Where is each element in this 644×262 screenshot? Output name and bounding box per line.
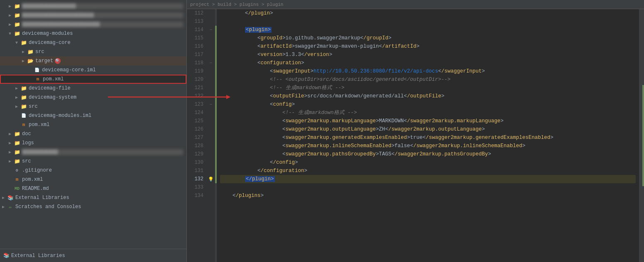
tree-icon-pom-modules: m xyxy=(20,122,27,128)
line-num-130: 130 xyxy=(187,158,203,167)
tree-icon-pom-core: m xyxy=(34,76,42,82)
tree-item-gitignore[interactable]: ⚙.gitignore xyxy=(0,166,186,175)
line-num-116: 116 xyxy=(187,42,203,51)
tree-item-blurred4[interactable]: ▶📁████████████ xyxy=(0,148,186,157)
editor-area[interactable]: 1121131141151161171181191201211221231241… xyxy=(187,9,644,262)
tree-item-blurred1[interactable]: ▶📁██████████████████ xyxy=(0,2,186,11)
tree-item-src3[interactable]: ▶📁src xyxy=(0,157,186,166)
external-libraries-item[interactable]: 📚 External Libraries xyxy=(3,252,65,259)
code-line-121: <!-- 生成markdown格式 --> xyxy=(220,84,636,92)
tree-item-logs[interactable]: ▶📁logs xyxy=(0,138,186,148)
line-num-122: 122 xyxy=(187,92,203,100)
code-line-125: <swagger2markup.markupLanguage>MARKDOWN<… xyxy=(220,117,636,125)
bottom-bar: 📚 External Libraries xyxy=(0,249,186,262)
tree-item-devicemag-file[interactable]: ▶📁devicemag-file xyxy=(0,84,186,93)
file-tree[interactable]: ▶📁██████████████████▶📁██████████████████… xyxy=(0,0,186,249)
line-numbers: 1121131141151161171181191201211221231241… xyxy=(187,9,207,262)
tree-arrow-devicemag-system: ▶ xyxy=(13,95,20,100)
tree-item-pom-root[interactable]: mpom.xml xyxy=(0,175,186,184)
code-line-130: </config> xyxy=(220,158,636,167)
tree-item-blurred3[interactable]: ▶📁██████████████████████████ xyxy=(0,20,186,29)
gutter-row-127 xyxy=(207,133,215,142)
tree-arrow-scratches: ▶ xyxy=(0,204,7,209)
gutter-row-114: ─ xyxy=(207,26,215,34)
tree-arrow-blurred1: ▶ xyxy=(7,4,13,9)
code-line-120: <!-- <outputDir>src/docs/asciidoc/genera… xyxy=(220,75,636,84)
tree-item-devicemag-system[interactable]: ▶📁devicemag-system xyxy=(0,93,186,102)
tree-icon-devicemag-system: 📁 xyxy=(20,95,27,101)
tree-icon-devicemag-file: 📁 xyxy=(20,85,27,92)
code-line-112: </plugin> xyxy=(220,9,636,17)
gutter-row-116 xyxy=(207,42,215,51)
gutter-row-131 xyxy=(207,167,215,175)
code-line-134: </plugins> xyxy=(220,192,636,200)
line-num-121: 121 xyxy=(187,84,203,92)
tree-item-src1[interactable]: ▶📁src xyxy=(0,47,186,56)
gutter-row-113 xyxy=(207,17,215,26)
tree-label-src2: src xyxy=(29,104,183,109)
tree-icon-devicemag-core: 📁 xyxy=(20,40,27,46)
line-num-131: 131 xyxy=(187,167,203,175)
tree-label-logs: logs xyxy=(22,140,183,146)
tree-item-ext-libs[interactable]: ▶📚External Libraries xyxy=(0,193,186,202)
tree-item-scratches[interactable]: ▶✏Scratches and Consoles xyxy=(0,202,186,211)
tree-item-pom-modules[interactable]: mpom.xml xyxy=(0,120,186,129)
code-line-127: <swagger2markup.generatedExamplesEnabled… xyxy=(220,133,636,142)
tree-item-devicemag-modules-iml[interactable]: 📄devicemag-modules.iml xyxy=(0,111,186,120)
tree-item-devicemag-core-iml[interactable]: 📄devicemag-core.iml xyxy=(0,66,186,75)
tree-item-pom-core[interactable]: mpom.xml xyxy=(0,75,186,84)
line-num-113: 113 xyxy=(187,17,203,26)
gutter-row-126 xyxy=(207,125,215,133)
tree-item-target[interactable]: ▶📂target🔍 xyxy=(0,56,186,66)
code-line-119: <swaggerInput>http://10.0.50.236:8080/fi… xyxy=(220,67,636,75)
gutter-row-118: ─ xyxy=(207,59,215,67)
gutter-row-134 xyxy=(207,192,215,200)
right-scrollbar[interactable] xyxy=(639,9,644,262)
tree-item-readme[interactable]: MDREADME.md xyxy=(0,184,186,193)
breadcrumb-text: project > build > plugins > plugin xyxy=(190,2,283,7)
code-line-116: <artifactId>swagger2markup-maven-plugin<… xyxy=(220,42,636,51)
tree-icon-devicemag-modules-iml: 📄 xyxy=(20,113,27,119)
line-num-128: 128 xyxy=(187,142,203,150)
tree-item-devicemag-core[interactable]: ▼📁devicemag-core xyxy=(0,38,186,47)
tree-icon-blurred1: 📁 xyxy=(13,3,21,10)
tree-arrow-target: ▶ xyxy=(20,58,27,63)
line-num-127: 127 xyxy=(187,133,203,142)
tree-label-devicemag-modules-iml: devicemag-modules.iml xyxy=(29,113,183,119)
tree-icon-target: 📂 xyxy=(27,58,34,64)
tree-arrow-devicemag-core: ▼ xyxy=(13,41,20,45)
tree-icon-gitignore: ⚙ xyxy=(13,167,21,173)
gutter-row-125 xyxy=(207,117,215,125)
tree-label-doc: doc xyxy=(22,131,183,137)
tree-item-devicemag-modules[interactable]: ▼📁devicemag-modules xyxy=(0,29,186,38)
gutter-row-112 xyxy=(207,9,215,17)
code-line-117: <version>1.3.3</version> xyxy=(220,51,636,59)
tree-icon-blurred3: 📁 xyxy=(13,22,21,28)
gutter-row-123: ─ xyxy=(207,100,215,109)
external-libraries-label: External Libraries xyxy=(11,253,65,259)
tree-icon-blurred4: 📁 xyxy=(13,149,21,155)
code-editor[interactable]: </plugin> <plugin> <groupId>io.github.sw… xyxy=(217,9,639,262)
gutter-row-132: 💡 xyxy=(207,175,215,183)
tree-arrow-devicemag-file: ▶ xyxy=(13,86,20,91)
tree-item-doc[interactable]: ▶📁doc xyxy=(0,129,186,138)
tree-label-target: target🔍 xyxy=(35,58,183,64)
tree-arrow-blurred4: ▶ xyxy=(7,150,13,155)
tree-label-blurred3: ██████████████████████████ xyxy=(22,22,183,27)
tree-label-blurred4: ████████████ xyxy=(22,149,183,155)
tree-label-blurred2: ████████████████████████ xyxy=(22,12,183,18)
line-num-117: 117 xyxy=(187,51,203,59)
gutter-row-117 xyxy=(207,51,215,59)
library-icon: 📚 xyxy=(3,252,10,259)
line-num-112: 112 xyxy=(187,9,203,17)
tree-icon-doc: 📁 xyxy=(13,131,21,137)
tree-item-blurred2[interactable]: ▶📁████████████████████████ xyxy=(0,11,186,20)
tree-label-pom-modules: pom.xml xyxy=(29,122,183,128)
gutter: ───💡 xyxy=(207,9,215,262)
tree-icon-devicemag-core-iml: 📄 xyxy=(33,67,41,73)
code-line-133 xyxy=(220,183,636,192)
tree-icon-readme: MD xyxy=(13,186,21,192)
editor-panel: project > build > plugins > plugin 11211… xyxy=(187,0,644,262)
line-num-120: 120 xyxy=(187,75,203,84)
tree-item-src2[interactable]: ▶📁src xyxy=(0,102,186,111)
